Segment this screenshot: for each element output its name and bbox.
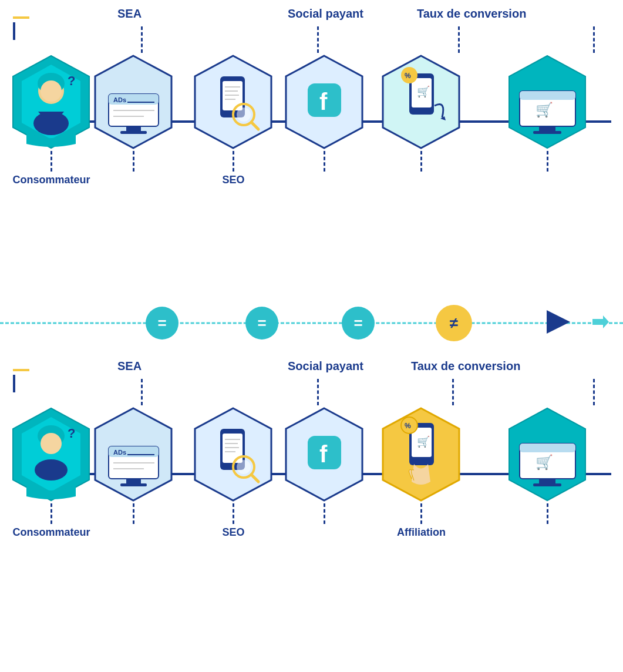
hex-social-bottom: f	[282, 405, 367, 524]
hex-social-top: f	[282, 53, 367, 172]
hex-conversion-bottom: 🛒	[505, 405, 590, 524]
eq-symbol-1: =	[157, 314, 166, 332]
svg-rect-14	[126, 126, 141, 131]
svg-point-47	[41, 433, 62, 454]
svg-rect-41	[533, 131, 561, 134]
svg-point-24	[237, 107, 251, 122]
affiliation-label-bottom: Affiliation	[397, 526, 446, 539]
svg-text:ADs: ADs	[113, 96, 126, 103]
neq-symbol: ≠	[450, 314, 458, 332]
eq-symbol-2: =	[257, 314, 266, 332]
taux-label-top: Taux de conversion	[417, 7, 526, 21]
dashed-h-line	[0, 322, 623, 324]
svg-point-5	[41, 80, 62, 102]
social-label-bottom: Social payant	[288, 359, 363, 373]
eq-symbol-3: =	[353, 314, 362, 332]
consommateur-label-bottom: Consommateur	[12, 526, 90, 539]
seo-label-top: SEO	[222, 174, 244, 186]
top-diagram-section: SEA Social payant Taux de conversion ?	[0, 0, 623, 294]
svg-text:ADs: ADs	[113, 449, 126, 456]
svg-marker-42	[547, 310, 570, 334]
hex-seo-top: SEO	[191, 53, 276, 186]
hex-sea-top: ADs	[91, 53, 176, 172]
hex-consommateur-top: ? Consommateur	[9, 53, 94, 186]
social-label-top: Social payant	[288, 7, 363, 21]
hex-sea-bottom: ADs	[91, 405, 176, 524]
decorative-dashes-bottom	[13, 369, 29, 392]
taux-label-bottom: Taux de conversion	[411, 359, 520, 373]
svg-point-49	[35, 459, 68, 481]
svg-text:🛒: 🛒	[536, 101, 553, 118]
sea-label-top: SEA	[117, 7, 142, 21]
decorative-dashes-top	[13, 16, 29, 40]
hex-conversion-top: 🛒	[505, 53, 590, 172]
eq-circle-2: =	[245, 307, 278, 340]
arrow-triangle	[541, 304, 576, 342]
svg-text:🛒: 🛒	[417, 435, 430, 448]
hex-seo-bottom: SEO	[191, 405, 276, 539]
svg-rect-58	[120, 483, 147, 486]
hex-taux-top: % 🛒	[379, 53, 464, 172]
svg-text:f: f	[319, 441, 328, 467]
svg-rect-83	[533, 483, 561, 486]
svg-text:?: ?	[68, 73, 75, 88]
sea-label-bottom: SEA	[117, 359, 142, 373]
svg-text:?: ?	[68, 426, 75, 441]
svg-rect-57	[126, 479, 141, 483]
bottom-diagram-section: SEA Social payant Taux de conversion ? C…	[0, 352, 623, 672]
svg-text:f: f	[319, 89, 328, 115]
consommateur-label-top: Consommateur	[12, 174, 90, 186]
svg-rect-80	[520, 443, 575, 452]
svg-text:%: %	[405, 422, 411, 430]
svg-rect-82	[539, 479, 555, 483]
hex-affiliation-bottom: % 🛒 Affiliation	[379, 405, 464, 539]
seo-label-bottom: SEO	[222, 526, 244, 539]
svg-text:🛒: 🛒	[536, 453, 553, 471]
svg-rect-40	[539, 126, 555, 131]
svg-point-67	[237, 460, 251, 474]
equals-row-section: = = = ≠	[0, 294, 623, 352]
svg-text:🛒: 🛒	[417, 85, 430, 98]
hex-consommateur-bottom: ? Consommateur	[9, 405, 94, 539]
svg-rect-15	[120, 131, 147, 134]
eq-circle-1: =	[146, 307, 179, 340]
svg-rect-38	[520, 91, 575, 100]
arrow-right	[592, 313, 610, 333]
svg-marker-43	[592, 315, 609, 328]
neq-circle: ≠	[436, 305, 472, 341]
svg-text:%: %	[405, 72, 411, 80]
eq-circle-3: =	[342, 307, 375, 340]
